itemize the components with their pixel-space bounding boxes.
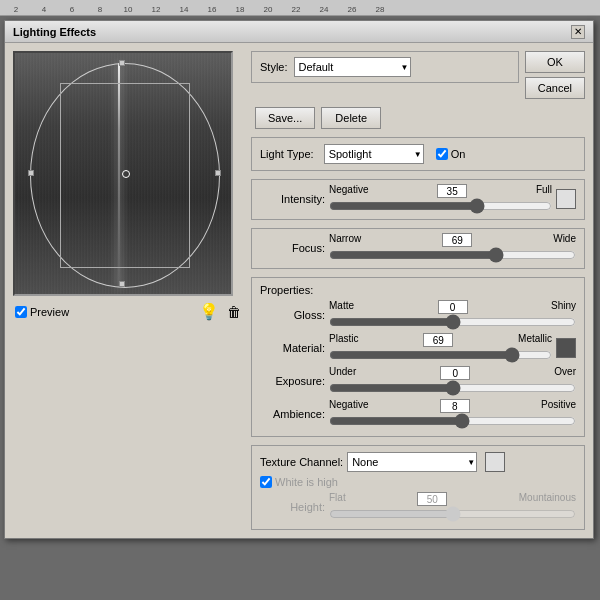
properties-section: Properties: Gloss: Matte 0 Shiny	[251, 277, 585, 437]
texture-channel-select-wrapper: None Red Green Blue ▼	[347, 452, 477, 472]
focus-min-label: Narrow	[329, 233, 361, 247]
exposure-value: 0	[440, 366, 470, 380]
ruler-mark: 20	[254, 5, 282, 14]
intensity-swatch[interactable]	[556, 189, 576, 209]
texture-swatch[interactable]	[485, 452, 505, 472]
save-delete-row: Save... Delete	[255, 107, 585, 129]
ruler-mark: 12	[142, 5, 170, 14]
ruler-marks: 2 4 6 8 10 12 14 16 18 20 22 24 26 28	[0, 5, 600, 14]
white-is-high-label: White is high	[275, 476, 338, 488]
material-label: Material:	[260, 342, 325, 354]
material-top-row: Plastic 69 Metallic	[329, 333, 552, 347]
gloss-label: Gloss:	[260, 309, 325, 321]
delete-button[interactable]: Delete	[321, 107, 381, 129]
preview-icons: 💡 🗑	[199, 302, 241, 321]
focus-top-row: Narrow 69 Wide	[329, 233, 576, 247]
ruler: 2 4 6 8 10 12 14 16 18 20 22 24 26 28	[0, 0, 600, 16]
gloss-top-row: Matte 0 Shiny	[329, 300, 576, 314]
ambience-label: Ambience:	[260, 408, 325, 420]
material-slider-container: Plastic 69 Metallic	[329, 333, 552, 362]
title-bar: Lighting Effects ✕	[5, 21, 593, 43]
intensity-row: Intensity: Negative 35 Full	[260, 184, 576, 213]
material-min: Plastic	[329, 333, 358, 347]
material-max: Metallic	[518, 333, 552, 347]
texture-channel-select[interactable]: None Red Green Blue	[347, 452, 477, 472]
exposure-top-row: Under 0 Over	[329, 366, 576, 380]
preview-bottom: Preview 💡 🗑	[13, 302, 243, 321]
intensity-min-label: Negative	[329, 184, 368, 198]
handle-bottom[interactable]	[119, 281, 125, 287]
ok-button[interactable]: OK	[525, 51, 585, 73]
preview-checkbox-area: Preview	[15, 306, 69, 318]
focus-slider-container: Narrow 69 Wide	[329, 233, 576, 262]
material-value: 69	[423, 333, 453, 347]
dialog-body: Preview 💡 🗑 Style: Default 2 O'clock Spo…	[5, 43, 593, 538]
gloss-slider[interactable]	[329, 315, 576, 329]
trash-icon[interactable]: 🗑	[227, 304, 241, 320]
preview-checkbox[interactable]	[15, 306, 27, 318]
ruler-mark: 14	[170, 5, 198, 14]
intensity-top-row: Negative 35 Full	[329, 184, 552, 198]
material-row: Material: Plastic 69 Metallic	[260, 333, 576, 362]
gloss-row: Gloss: Matte 0 Shiny	[260, 300, 576, 329]
on-checkbox-row: On	[436, 148, 466, 160]
ruler-mark: 22	[282, 5, 310, 14]
focus-value: 69	[442, 233, 472, 247]
focus-row: Focus: Narrow 69 Wide	[260, 233, 576, 262]
preview-label: Preview	[30, 306, 69, 318]
light-type-section: Light Type: Spotlight Directional Omni ▼…	[251, 137, 585, 171]
ambience-slider[interactable]	[329, 414, 576, 428]
handle-top[interactable]	[119, 60, 125, 66]
white-is-high-row: White is high	[260, 476, 576, 488]
exposure-row: Exposure: Under 0 Over	[260, 366, 576, 395]
texture-channel-row: Texture Channel: None Red Green Blue ▼	[260, 452, 576, 472]
on-checkbox[interactable]	[436, 148, 448, 160]
close-button[interactable]: ✕	[571, 25, 585, 39]
cancel-button[interactable]: Cancel	[525, 77, 585, 99]
white-is-high-checkbox[interactable]	[260, 476, 272, 488]
light-icon[interactable]: 💡	[199, 302, 219, 321]
intensity-slider-container: Negative 35 Full	[329, 184, 552, 213]
height-top-row: Flat 50 Mountainous	[329, 492, 576, 506]
style-select-wrapper: Default 2 O'clock Spotlight Blue Omni Ci…	[294, 57, 411, 77]
style-label: Style:	[260, 61, 288, 73]
height-label: Height:	[260, 501, 325, 513]
ok-cancel-group: OK Cancel	[525, 51, 585, 99]
on-label: On	[451, 148, 466, 160]
light-type-select[interactable]: Spotlight Directional Omni	[324, 144, 424, 164]
save-button[interactable]: Save...	[255, 107, 315, 129]
height-max: Mountainous	[519, 492, 576, 506]
dialog-title: Lighting Effects	[13, 26, 96, 38]
ambience-min: Negative	[329, 399, 368, 413]
ruler-mark: 28	[366, 5, 394, 14]
style-select[interactable]: Default 2 O'clock Spotlight Blue Omni Ci…	[294, 57, 411, 77]
material-slider[interactable]	[329, 348, 552, 362]
ruler-mark: 24	[310, 5, 338, 14]
ruler-mark: 8	[86, 5, 114, 14]
center-handle[interactable]	[122, 170, 130, 178]
ruler-mark: 18	[226, 5, 254, 14]
height-row: Height: Flat 50 Mountainous	[260, 492, 576, 521]
exposure-label: Exposure:	[260, 375, 325, 387]
handle-left[interactable]	[28, 170, 34, 176]
material-swatch[interactable]	[556, 338, 576, 358]
ruler-mark: 4	[30, 5, 58, 14]
focus-slider[interactable]	[329, 248, 576, 262]
exposure-slider[interactable]	[329, 381, 576, 395]
focus-max-label: Wide	[553, 233, 576, 247]
height-min: Flat	[329, 492, 346, 506]
light-type-select-wrapper: Spotlight Directional Omni ▼	[324, 144, 424, 164]
texture-section: Texture Channel: None Red Green Blue ▼	[251, 445, 585, 530]
intensity-section: Intensity: Negative 35 Full	[251, 179, 585, 220]
handle-right[interactable]	[215, 170, 221, 176]
preview-area	[13, 51, 233, 296]
gloss-min: Matte	[329, 300, 354, 314]
texture-channel-label: Texture Channel:	[260, 456, 343, 468]
focus-section: Focus: Narrow 69 Wide	[251, 228, 585, 269]
ambience-slider-container: Negative 8 Positive	[329, 399, 576, 428]
intensity-label: Intensity:	[260, 193, 325, 205]
ruler-mark: 2	[2, 5, 30, 14]
ruler-mark: 26	[338, 5, 366, 14]
intensity-slider[interactable]	[329, 199, 552, 213]
ruler-mark: 10	[114, 5, 142, 14]
